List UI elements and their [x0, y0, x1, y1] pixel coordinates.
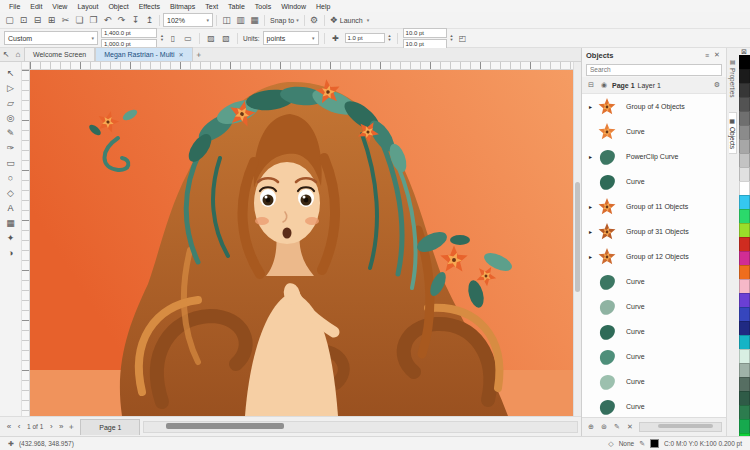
new-document-icon[interactable]: ▢ [3, 14, 16, 27]
undo-icon[interactable]: ↶ [101, 14, 114, 27]
table-tool[interactable]: ▦ [1, 215, 21, 230]
palette-swatch[interactable] [739, 293, 750, 308]
duplicate-stepper[interactable]: ▲▼ [450, 34, 454, 42]
palette-swatch[interactable] [739, 307, 750, 322]
palette-swatch[interactable] [739, 405, 750, 420]
menu-edit[interactable]: Edit [25, 3, 47, 10]
duplicate-y-field[interactable]: 10.0 pt [403, 39, 447, 49]
edit-icon[interactable]: ✎ [612, 423, 622, 431]
object-row[interactable]: ▸PowerClip Curve [582, 144, 726, 169]
page-tab[interactable]: Page 1 [80, 419, 140, 435]
paste-icon[interactable]: ❐ [87, 14, 100, 27]
crop-tool[interactable]: ▱ [1, 95, 21, 110]
docker-tab-objects[interactable]: ▦Objects [729, 112, 737, 154]
bleed-icon[interactable]: ▧ [220, 32, 232, 44]
copy-icon[interactable]: ❏ [73, 14, 86, 27]
object-row[interactable]: Curve [582, 169, 726, 194]
palette-swatch[interactable] [739, 195, 750, 210]
redo-icon[interactable]: ↷ [115, 14, 128, 27]
landscape-icon[interactable]: ▭ [182, 32, 194, 44]
menu-window[interactable]: Window [276, 3, 311, 10]
zoom-level-combo[interactable]: 102% ▾ [163, 13, 213, 27]
shape-tool[interactable]: ▷ [1, 80, 21, 95]
distance-icon[interactable]: ◰ [457, 32, 469, 44]
home-icon[interactable]: ⌂ [12, 48, 24, 61]
new-tab-button[interactable]: ＋ [193, 48, 205, 61]
page-preset-combo[interactable]: Custom ▾ [4, 31, 98, 45]
expand-arrow-icon[interactable]: ▸ [586, 253, 595, 260]
menu-bitmaps[interactable]: Bitmaps [165, 3, 200, 10]
palette-swatch[interactable] [739, 83, 750, 98]
gear-icon[interactable]: ⚙ [712, 81, 722, 89]
palette-swatch[interactable] [739, 349, 750, 364]
search-input[interactable] [586, 64, 722, 76]
menu-layout[interactable]: Layout [72, 3, 103, 10]
menu-file[interactable]: File [4, 3, 25, 10]
add-page-icon[interactable]: ＋ [66, 421, 76, 432]
menu-text[interactable]: Text [200, 3, 223, 10]
cut-icon[interactable]: ✂ [59, 14, 72, 27]
palette-swatch[interactable] [739, 363, 750, 378]
palette-swatch[interactable] [739, 97, 750, 112]
scrollbar-thumb[interactable] [658, 424, 713, 428]
print-icon[interactable]: ⊞ [45, 14, 58, 27]
palette-swatch[interactable] [739, 181, 750, 196]
options-gear-icon[interactable]: ⚙ [308, 14, 321, 27]
save-icon[interactable]: ⊟ [31, 14, 44, 27]
visibility-icon[interactable]: ◉ [599, 81, 609, 89]
palette-swatch[interactable] [739, 419, 750, 434]
docker-tab-properties[interactable]: ▤Properties [729, 54, 736, 102]
docker-menu-icon[interactable]: ≡ [702, 52, 712, 59]
palette-swatch[interactable] [739, 139, 750, 154]
palette-swatch[interactable] [739, 125, 750, 140]
palette-swatch[interactable] [739, 265, 750, 280]
menu-table[interactable]: Table [223, 3, 250, 10]
palette-swatch[interactable] [739, 279, 750, 294]
object-row[interactable]: Curve [582, 294, 726, 319]
next-page-icon[interactable]: › [46, 422, 56, 431]
palette-swatch[interactable] [739, 321, 750, 336]
page-width-field[interactable]: 1,400.0 pt [101, 28, 157, 38]
palette-swatch[interactable] [739, 237, 750, 252]
units-combo[interactable]: points ▾ [263, 31, 319, 45]
freehand-tool[interactable]: ✎ [1, 125, 21, 140]
tab-welcome-screen[interactable]: Welcome Screen [24, 47, 95, 61]
palette-swatch[interactable] [739, 69, 750, 84]
expand-arrow-icon[interactable]: ▸ [586, 103, 595, 110]
palette-swatch[interactable] [739, 153, 750, 168]
drawing-canvas[interactable] [30, 70, 573, 416]
polygon-tool[interactable]: ◇ [1, 185, 21, 200]
scrollbar-thumb[interactable] [575, 182, 580, 292]
ruler-origin[interactable] [22, 62, 30, 70]
layer-label[interactable]: Layer 1 [638, 82, 661, 89]
object-row[interactable]: Curve [582, 394, 726, 417]
object-row[interactable]: Curve [582, 269, 726, 294]
menu-view[interactable]: View [47, 3, 72, 10]
palette-swatch[interactable] [739, 391, 750, 406]
palette-swatch[interactable] [739, 223, 750, 238]
pick-tool[interactable]: ↖ [1, 65, 21, 80]
previous-page-icon[interactable]: ‹ [14, 422, 24, 431]
launch-button[interactable]: ❖ Launch ▾ [328, 14, 372, 27]
import-icon[interactable]: ↧ [129, 14, 142, 27]
vertical-scrollbar[interactable] [573, 62, 581, 416]
ellipse-tool[interactable]: ○ [1, 170, 21, 185]
scrollbar-thumb[interactable] [166, 423, 284, 429]
zoom-tool[interactable]: ◎ [1, 110, 21, 125]
palette-swatch[interactable] [739, 111, 750, 126]
page-label[interactable]: Page 1 [612, 82, 635, 89]
delete-icon[interactable]: ✕ [625, 423, 635, 431]
horizontal-ruler[interactable] [30, 62, 573, 70]
tab-document-active[interactable]: Megan Rastrian - Multi ✕ [95, 47, 192, 61]
object-row[interactable]: Curve [582, 319, 726, 344]
artistic-media-tool[interactable]: ✑ [1, 140, 21, 155]
docker-h-scrollbar[interactable] [639, 422, 722, 432]
menu-help[interactable]: Help [311, 3, 335, 10]
object-row[interactable]: Curve [582, 119, 726, 144]
portrait-icon[interactable]: ▯ [167, 32, 179, 44]
menu-effects[interactable]: Effects [134, 3, 165, 10]
last-page-icon[interactable]: » [56, 422, 66, 431]
nudge-stepper[interactable]: ▲▼ [388, 34, 392, 42]
new-layer-icon[interactable]: ⊕ [586, 423, 596, 431]
rectangle-tool[interactable]: ▭ [1, 155, 21, 170]
